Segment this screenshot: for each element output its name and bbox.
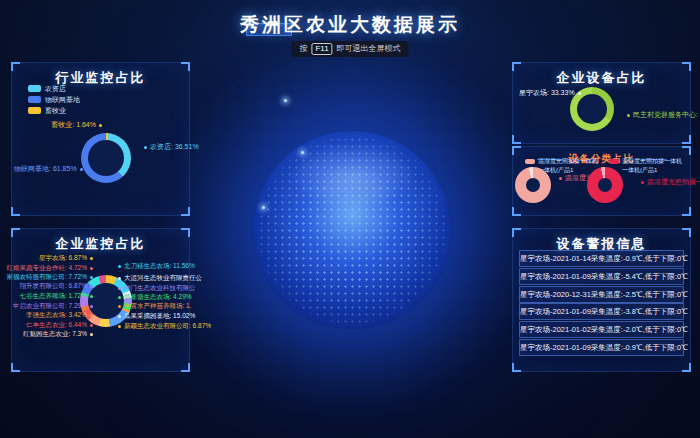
legend-swatch <box>609 159 619 164</box>
legend-item[interactable]: 温湿度光照拍摄一体机 <box>609 157 682 166</box>
sparkle-decoration <box>301 151 304 154</box>
legend-item[interactable]: 农资店 <box>28 83 80 94</box>
industry-donut-chart[interactable] <box>81 133 131 183</box>
legend-label: 物联网基地 <box>45 95 80 105</box>
chart-callout: 家福农特股有限公司: 7.72% <box>6 273 93 280</box>
chart-callout: 畜牧业: 1.64% <box>36 121 102 129</box>
f11-key: F11 <box>311 43 332 55</box>
alarm-row: 星宇农场-2021-01-14采集温度:-0.9℃,低于下限:0℃ <box>519 250 684 267</box>
legend-label: 畜牧业 <box>45 106 66 116</box>
legend-swatch <box>28 107 41 114</box>
category-donut-left[interactable] <box>515 167 551 203</box>
legend-item[interactable]: 物联网基地 <box>28 94 80 105</box>
chart-callout: 红魁园生态农业: 7.3% <box>23 330 93 337</box>
legend-label: 温湿度光照拍摄一体机 <box>538 157 598 166</box>
panel-device-category: 设备分类占比 温湿度光照拍摄一体机 一体机(产品1 温湿度光照拍摄一 温湿度光照… <box>512 146 691 216</box>
hint-suffix: 即可退出全屏模式 <box>337 44 401 53</box>
hint-prefix: 按 <box>299 44 307 53</box>
panel-enterprise-monitor: 企业监控占比 星宇农场: 6.87% 红娘果蔬专业合作社: 4.72% 家福农特… <box>11 228 190 372</box>
donut-hole <box>88 140 124 176</box>
chart-callout: 大运河生态牧业有限责任公 <box>118 274 202 281</box>
legend-swatch <box>28 96 41 103</box>
globe-highlight <box>289 143 416 210</box>
sparkle-decoration <box>284 99 287 102</box>
category-legend-right: 温湿度光照拍摄一体机 一体机(产品1 <box>609 157 682 175</box>
alarm-row: 星宇农场-2021-01-09采集温度:-0.9℃,低于下限:0℃ <box>519 339 684 356</box>
legend-item[interactable]: 温湿度光照拍摄一体机 <box>525 157 598 166</box>
donut-hole <box>577 94 607 124</box>
alarm-row: 星宇农场-2021-01-02采集温度:-2.0℃,低于下限:0℃ <box>519 321 684 338</box>
chart-callout: 翔升发有限公司: 6.87% <box>19 282 93 289</box>
alarm-row: 星宇农场-2021-01-09采集温度:-5.4℃,低于下限:0℃ <box>519 268 684 285</box>
chart-callout: 闸门生态农业科技有限公 <box>118 284 196 291</box>
legend-label: 农资店 <box>45 84 66 94</box>
legend-label: 一体机(产品1 <box>622 166 657 175</box>
legend-item[interactable]: 一体机(产品1 <box>609 166 682 175</box>
panel-device-alarms: 设备警报信息 星宇农场-2021-01-14采集温度:-0.9℃,低于下限:0℃… <box>512 228 691 372</box>
chart-callout: 仁丰生态农业: 6.44% <box>26 321 93 328</box>
chart-callout: 瓜果采摘园基地: 15.02% <box>118 312 195 319</box>
legend-item[interactable]: 畜牧业 <box>28 105 80 116</box>
industry-legend: 农资店 物联网基地 畜牧业 <box>28 83 80 116</box>
panel-enterprise-device: 企业设备占比 星宇农场: 33.33% 民主村党群服务中心: <box>512 62 691 144</box>
chart-callout: 鸭基塘生态农场: 4.29% <box>118 293 192 300</box>
fullscreen-hint: 按F11即可退出全屏模式 <box>291 41 408 57</box>
alarm-row: 星宇农场-2021-01-09采集温度:-3.8℃,低于下限:0℃ <box>519 303 684 320</box>
category-donut-right[interactable] <box>587 167 623 203</box>
chart-callout: 温湿度光照拍摄一 <box>641 178 700 186</box>
chart-callout: 七谷生态养殖场: 1.72% <box>19 292 93 299</box>
globe-visualization <box>253 131 451 329</box>
chart-callout: 中启农业有限公司: 7.29% <box>13 302 93 309</box>
chart-callout: 星宇农场: 33.33% <box>519 89 581 97</box>
legend-swatch <box>525 159 535 164</box>
chart-callout: 丰置水产种苗养殖场: 1. <box>118 302 192 309</box>
legend-label: 温湿度光照拍摄一体机 <box>622 157 682 166</box>
panel-title: 企业监控占比 <box>12 235 189 253</box>
chart-callout: 星宇农场: 6.87% <box>39 254 93 261</box>
dashboard-root: 秀洲区农业大数据展示 按F11即可退出全屏模式 行业监控占比 农资店 物联网基地… <box>0 0 700 438</box>
sparkle-decoration <box>262 206 265 209</box>
chart-callout: 红娘果蔬专业合作社: 4.72% <box>6 264 93 271</box>
alarm-row: 星宇农场-2020-12-31采集温度:-2.5℃,低于下限:0℃ <box>519 286 684 303</box>
page-title: 秀洲区农业大数据展示 <box>0 12 700 38</box>
chart-callout: 农资店: 36.51% <box>144 143 199 151</box>
chart-callout: 新颖生态农业有限公司: 6.87% <box>118 322 211 329</box>
donut-hole <box>598 178 612 192</box>
chart-callout: 李强生态农场: 3.42% <box>26 311 93 318</box>
chart-callout: 民主村党群服务中心: <box>627 111 698 119</box>
panel-industry-monitor: 行业监控占比 农资店 物联网基地 畜牧业 畜牧业: 1.64% 农资店: 36.… <box>11 62 190 216</box>
chart-callout: 北刀鳝生态农场: 11.56% <box>118 262 195 269</box>
legend-swatch <box>28 85 41 92</box>
chart-callout: 物联网基地: 61.85% <box>14 165 76 173</box>
panel-title: 企业设备占比 <box>513 69 690 87</box>
donut-hole <box>526 178 540 192</box>
